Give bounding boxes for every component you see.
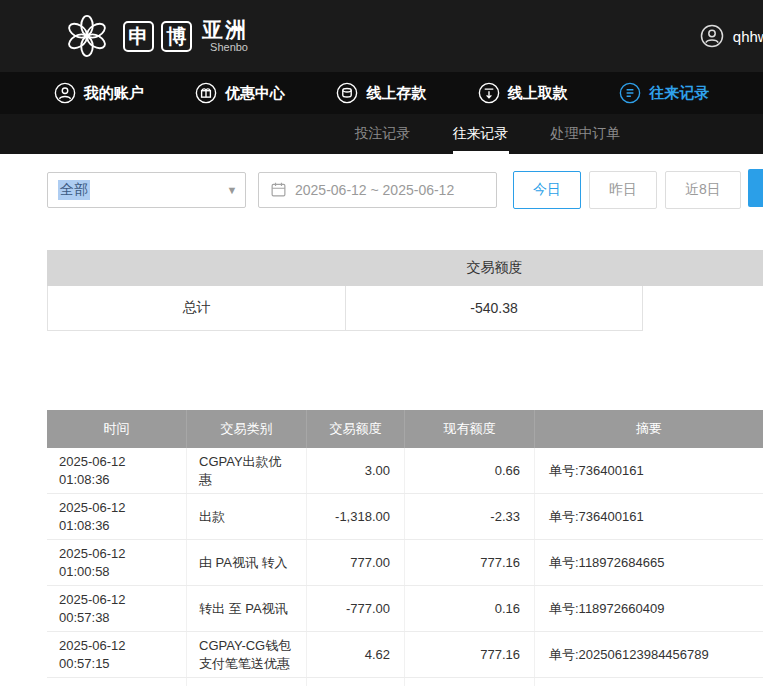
table-row: 2025-06-12 00:57:15 CGPAY-CG钱包支付笔笔送优惠 4.… (47, 632, 763, 678)
table-row: 2025-06-12 01:08:36 出款 -1,318.00 -2.33 单… (47, 494, 763, 540)
nav-item-online-deposit[interactable]: 线上存款 (336, 82, 426, 104)
nav-label: 往来记录 (649, 84, 709, 103)
records-table: 时间 交易类别 交易额度 现有额度 摘要 2025-06-12 01:08:36… (47, 410, 763, 686)
withdraw-icon (478, 82, 500, 104)
date-range-value: 2025-06-12 ~ 2025-06-12 (295, 182, 454, 198)
table-row: 2025-06-12 00:57:38 转出 至 PA视讯 -777.00 0.… (47, 586, 763, 632)
cell-memo: 单号:202506123984456789 (535, 678, 763, 686)
col-header-balance: 现有额度 (405, 410, 535, 448)
tab-transaction-records[interactable]: 往来记录 (453, 114, 509, 154)
cell-balance: 0.66 (405, 448, 535, 493)
cell-memo: 单号:118972684665 (535, 540, 763, 585)
cell-amount: -777.00 (307, 586, 405, 631)
nav-label: 优惠中心 (225, 84, 285, 103)
brand-logo[interactable]: 申 博 亚洲 Shenbo (64, 13, 248, 59)
summary-total-row: 总计 -540.38 (47, 286, 763, 331)
cell-type: 转出 至 PA视讯 (187, 586, 307, 631)
records-header-row: 时间 交易类别 交易额度 现有额度 摘要 (47, 410, 763, 448)
tab-betting-records[interactable]: 投注记录 (355, 114, 411, 154)
cell-type: 由 PA视讯 转入 (187, 540, 307, 585)
flower-logo-icon (64, 13, 110, 59)
logo-region-text: 亚洲 (202, 19, 248, 41)
col-header-amount: 交易额度 (307, 410, 405, 448)
last-8-days-button[interactable]: 近8日 (665, 171, 741, 209)
logo-char-bo: 博 (161, 21, 192, 52)
yesterday-button[interactable]: 昨日 (589, 171, 657, 209)
cell-balance: 777.16 (405, 632, 535, 677)
records-icon (619, 82, 641, 104)
cell-balance: 772.54 (405, 678, 535, 686)
cell-time: 2025-06-12 01:08:36 (47, 448, 187, 493)
cell-balance: 0.16 (405, 586, 535, 631)
summary-header-spacer (47, 250, 346, 286)
cell-time: 2025-06-12 00:57:15 (47, 678, 187, 686)
logo-char-shen: 申 (123, 21, 154, 52)
summary-empty-cell (643, 286, 763, 331)
cell-time: 2025-06-12 00:57:38 (47, 586, 187, 631)
tab-processing-orders[interactable]: 处理中订单 (551, 114, 621, 154)
cell-memo: 单号:736400161 (535, 494, 763, 539)
tab-label: 投注记录 (355, 125, 411, 143)
tab-label: 处理中订单 (551, 125, 621, 143)
summary-table: 交易额度 总计 -540.38 (47, 250, 763, 331)
col-header-type: 交易类别 (187, 410, 307, 448)
cell-balance: -2.33 (405, 494, 535, 539)
user-avatar-icon (700, 24, 724, 48)
deposit-icon (336, 82, 358, 104)
app-header: 申 博 亚洲 Shenbo qhhw1 (0, 0, 763, 72)
date-range-input[interactable]: 2025-06-12 ~ 2025-06-12 (258, 172, 497, 208)
calendar-icon (270, 181, 287, 198)
account-icon (54, 82, 76, 104)
cell-amount: -1,318.00 (307, 494, 405, 539)
cell-memo: 单号:118972660409 (535, 586, 763, 631)
table-row: 2025-06-12 01:08:36 CGPAY出款优惠 3.00 0.66 … (47, 448, 763, 494)
table-row: 2025-06-12 00:57:15 CGPAY支付 770.00 772.5… (47, 678, 763, 686)
table-row: 2025-06-12 01:00:58 由 PA视讯 转入 777.00 777… (47, 540, 763, 586)
cell-memo: 单号:736400161 (535, 448, 763, 493)
chevron-down-icon: ▼ (219, 173, 245, 207)
summary-total-value: -540.38 (346, 286, 643, 331)
nav-item-promo-center[interactable]: 优惠中心 (195, 82, 285, 104)
cell-amount: 4.62 (307, 632, 405, 677)
col-header-time: 时间 (47, 410, 187, 448)
category-select[interactable]: 全部 ▼ (47, 172, 246, 208)
nav-label: 线上存款 (366, 84, 426, 103)
summary-header-amount: 交易额度 (346, 250, 643, 286)
cell-type: 出款 (187, 494, 307, 539)
cell-time: 2025-06-12 01:00:58 (47, 540, 187, 585)
nav-label: 线上取款 (508, 84, 568, 103)
logo-region-block: 亚洲 Shenbo (202, 19, 248, 53)
nav-item-my-account[interactable]: 我的账户 (54, 82, 144, 104)
category-selected-value: 全部 (58, 180, 90, 200)
nav-label: 我的账户 (84, 84, 144, 103)
user-account-menu[interactable]: qhhw1 (700, 24, 763, 48)
cell-amount: 777.00 (307, 540, 405, 585)
today-button[interactable]: 今日 (513, 171, 581, 209)
nav-item-transaction-records[interactable]: 往来记录 (619, 82, 709, 104)
summary-total-label: 总计 (47, 286, 346, 331)
cell-balance: 777.16 (405, 540, 535, 585)
logo-subtitle-text: Shenbo (202, 41, 248, 53)
cell-time: 2025-06-12 00:57:15 (47, 632, 187, 677)
username-label: qhhw1 (733, 28, 763, 45)
cell-type: CGPAY支付 (187, 678, 307, 686)
cell-time: 2025-06-12 01:08:36 (47, 494, 187, 539)
summary-header-spacer (643, 250, 763, 286)
cell-type: CGPAY出款优惠 (187, 448, 307, 493)
cell-amount: 770.00 (307, 678, 405, 686)
main-nav: 我的账户 优惠中心 线上存款 线上取款 往来记录 (0, 72, 763, 114)
filter-bar: 全部 ▼ 2025-06-12 ~ 2025-06-12 今日 昨日 近8日 (0, 154, 763, 210)
cell-memo: 单号:202506123984456789 (535, 632, 763, 677)
records-tabbar: 投注记录 往来记录 处理中订单 (0, 114, 763, 154)
search-button-partial[interactable] (748, 169, 763, 207)
col-header-memo: 摘要 (535, 410, 763, 448)
summary-header-row: 交易额度 (47, 250, 763, 286)
promo-icon (195, 82, 217, 104)
tab-label: 往来记录 (453, 125, 509, 143)
cell-amount: 3.00 (307, 448, 405, 493)
nav-item-online-withdraw[interactable]: 线上取款 (478, 82, 568, 104)
cell-type: CGPAY-CG钱包支付笔笔送优惠 (187, 632, 307, 677)
